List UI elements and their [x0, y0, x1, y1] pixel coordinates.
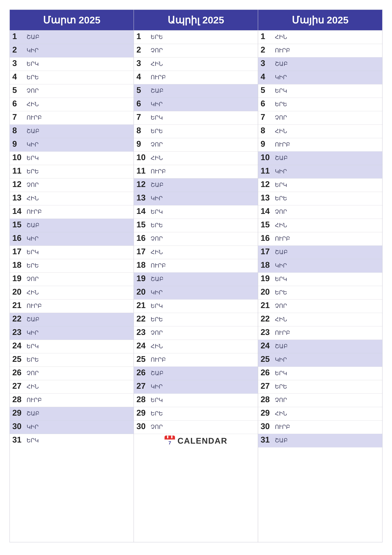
day-row: 8ՇԱԲ — [10, 125, 134, 138]
day-name: ՉՈՐ — [151, 234, 163, 242]
day-row: 6ԿԻՐ — [134, 98, 258, 111]
day-number: 1 — [12, 32, 25, 41]
day-row: 29ՀԻՆ — [258, 407, 382, 421]
day-number: 20 — [12, 287, 25, 296]
day-row: 14ԵՐԿ — [134, 205, 258, 219]
day-row: 7ՉՈՐ — [258, 111, 382, 125]
day-number: 4 — [261, 72, 273, 81]
day-row: 16ՉՈՐ — [134, 232, 258, 246]
day-name: ՀԻՆ — [151, 342, 163, 350]
month-header-march: Մարտ 2025 — [10, 10, 134, 30]
day-name: ԵՐԿ — [275, 86, 287, 94]
svg-rect-8 — [171, 436, 172, 438]
day-row: 28ԵՐԿ — [134, 394, 258, 407]
day-name: ՈՒՐԲ — [27, 301, 42, 309]
day-name: ԵՐԿ — [151, 207, 163, 215]
day-row: 2ՉՈՐ — [134, 44, 258, 58]
day-name: ՀԻՆ — [275, 127, 287, 134]
day-name: ԿԻՐ — [27, 140, 39, 148]
day-number: 6 — [12, 99, 25, 108]
day-number: 21 — [261, 301, 273, 310]
day-row: 6ՀԻՆ — [10, 98, 134, 111]
day-row: 14ՈՒՐԲ — [10, 205, 134, 219]
day-row: 10ՀԻՆ — [134, 152, 258, 165]
day-row: 10ՇԱԲ — [258, 152, 382, 165]
day-number: 20 — [261, 287, 273, 296]
day-name: ԿԻՐ — [151, 100, 163, 108]
day-row: 27ՀԻՆ — [10, 380, 134, 394]
day-row: 1ՀԻՆ — [258, 30, 382, 44]
day-name: ՇԱԲ — [27, 127, 39, 134]
day-row: 26ՇԱԲ — [134, 367, 258, 380]
day-name: ՉՈՐ — [151, 46, 163, 54]
day-name: ԿԻՐ — [151, 382, 163, 390]
day-number: 9 — [261, 139, 273, 148]
day-name: ՉՈՐ — [151, 423, 163, 430]
month-header-april: Ապրիլ 2025 — [134, 10, 258, 30]
svg-rect-7 — [167, 436, 168, 438]
day-name: ՀԻՆ — [275, 315, 287, 323]
month-header-may: Մայիս 2025 — [258, 10, 382, 30]
day-number: 11 — [136, 166, 149, 175]
day-row: 2ԿԻՐ — [10, 44, 134, 58]
day-row: 20ՀԻՆ — [10, 286, 134, 299]
day-number: 14 — [136, 207, 149, 216]
day-row: 13ՀԻՆ — [10, 192, 134, 205]
day-row: 17ԵՐԿ — [10, 246, 134, 259]
day-name: ԵՐԵ — [275, 194, 287, 202]
day-row: 9ԿԻՐ — [10, 138, 134, 152]
day-row: 13ԵՐԵ — [258, 192, 382, 205]
day-number: 12 — [261, 180, 273, 189]
day-row: 17ՀԻՆ — [134, 246, 258, 259]
day-number: 8 — [261, 126, 273, 135]
day-row: 27ԿԻՐ — [134, 380, 258, 394]
day-row: 9ՈՒՐԲ — [258, 138, 382, 152]
day-row: 5ԵՐԿ — [258, 84, 382, 98]
day-name: ԵՐԵ — [275, 288, 287, 296]
day-row: 24ՀԻՆ — [134, 340, 258, 353]
day-name: ԵՐԿ — [275, 369, 287, 377]
day-name: ԵՐԵ — [151, 409, 163, 417]
day-number: 21 — [12, 301, 25, 310]
day-name: ԿԻՐ — [27, 328, 39, 336]
day-name: ՉՈՐ — [27, 369, 39, 377]
day-row: 5ՇԱԲ — [134, 84, 258, 98]
day-name: ԿԻՐ — [275, 73, 287, 81]
day-number: 13 — [261, 193, 273, 202]
day-row: 23ՈՒՐԲ — [258, 326, 382, 340]
day-name: ՉՈՐ — [27, 275, 39, 282]
day-number: 26 — [261, 368, 273, 377]
day-number: 5 — [12, 86, 25, 95]
day-number: 14 — [12, 207, 25, 216]
day-row: 12ՉՈՐ — [10, 178, 134, 192]
day-number: 11 — [12, 166, 25, 175]
day-row: 9ՉՈՐ — [134, 138, 258, 152]
day-number: 26 — [136, 368, 149, 377]
day-name: ԿԻՐ — [27, 46, 39, 54]
day-name: ԿԻՐ — [275, 261, 287, 269]
day-name: ՀԻՆ — [27, 194, 39, 202]
day-name: ՈՒՐԲ — [151, 73, 166, 81]
day-row: 1ՇԱԲ — [10, 30, 134, 44]
day-row: 27ԵՐԵ — [258, 380, 382, 394]
day-name: ՈՒՐԲ — [275, 423, 290, 430]
month-column-march: Մարտ 20251ՇԱԲ2ԿԻՐ3ԵՐԿ4ԵՐԵ5ՉՈՐ6ՀԻՆ7ՈՒՐԲ8Շ… — [10, 10, 134, 542]
day-name: ՀԻՆ — [275, 409, 287, 417]
day-number: 24 — [261, 341, 273, 350]
day-number: 28 — [136, 395, 149, 404]
day-name: ԵՐԵ — [151, 32, 163, 40]
day-name: ԵՐԿ — [151, 113, 163, 121]
day-number: 16 — [261, 234, 273, 242]
day-row: 15ՇԱԲ — [10, 219, 134, 232]
day-number: 26 — [12, 368, 25, 377]
day-row: 10ԵՐԿ — [10, 152, 134, 165]
day-row: 21ԵՐԿ — [134, 299, 258, 313]
day-number: 17 — [12, 247, 25, 256]
day-name: ԵՐԵ — [27, 261, 39, 269]
day-number: 12 — [136, 180, 149, 189]
day-row: 7ՈՒՐԲ — [10, 111, 134, 125]
day-name: ՈՒՐԲ — [275, 46, 290, 54]
day-row: 4ԵՐԵ — [10, 71, 134, 84]
day-name: ՈՒՐԲ — [151, 355, 166, 363]
day-number: 3 — [136, 59, 149, 68]
